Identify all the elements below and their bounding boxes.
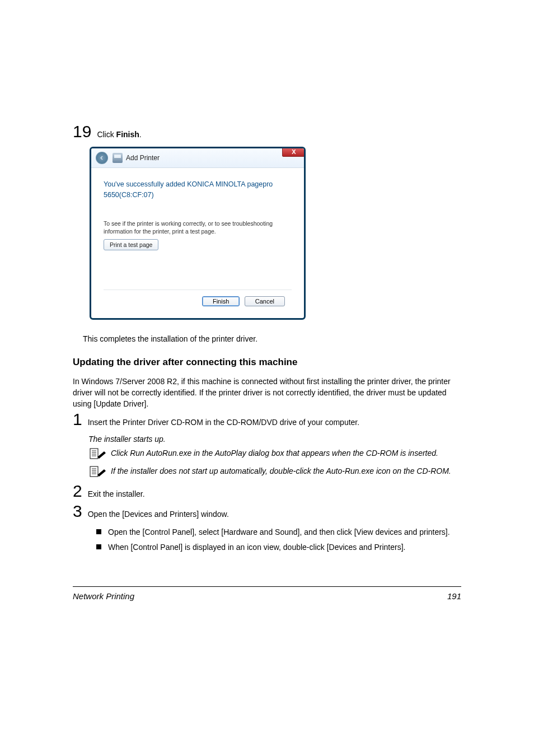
footer-page-number: 191	[447, 591, 461, 601]
dialog-footer: Finish Cancel	[104, 290, 292, 312]
step-3-text: Open the [Devices and Printers] window.	[88, 508, 229, 519]
note-1-text: Click Run AutoRun.exe in the AutoPlay di…	[111, 448, 438, 459]
page-footer: Network Printing 191	[73, 586, 461, 601]
dialog-title: Add Printer	[126, 154, 160, 162]
note-2-row: If the installer does not start up autom…	[90, 466, 461, 479]
bullet-1-row: Open the [Control Panel], select [Hardwa…	[96, 526, 461, 538]
print-test-page-button[interactable]: Print a test page	[104, 239, 158, 250]
close-button[interactable]: X	[282, 147, 306, 157]
bullet-1-text: Open the [Control Panel], select [Hardwa…	[108, 526, 450, 538]
bullet-2-row: When [Control Panel] is displayed in an …	[96, 542, 461, 553]
intro-paragraph: In Windows 7/Server 2008 R2, if this mac…	[73, 376, 461, 410]
close-icon: X	[292, 148, 296, 155]
step-19-text: Click Finish.	[97, 128, 141, 139]
bullet-square-icon	[96, 529, 101, 534]
document-pen-icon	[90, 448, 106, 459]
step-19-bold: Finish	[116, 130, 139, 139]
cancel-button[interactable]: Cancel	[245, 296, 285, 306]
step-1-number: 1	[73, 411, 82, 428]
bullet-2-text: When [Control Panel] is displayed in an …	[108, 542, 405, 553]
dialog-body: You've successfully added KONICA MINOLTA…	[91, 168, 304, 318]
dialog-titlebar: Add Printer X	[91, 148, 304, 168]
completion-text: This completes the installation of the p…	[83, 334, 461, 343]
bullet-square-icon	[96, 544, 101, 549]
note-icon-2	[90, 466, 106, 479]
step-2-row: 2 Exit the installer.	[73, 483, 461, 500]
step-19-number: 19	[73, 123, 91, 140]
dialog-heading-line2: 5650(C8:CF:07)	[104, 190, 292, 200]
step-19-suffix: .	[139, 130, 142, 139]
dialog-help-text: To see if the printer is working correct…	[104, 220, 292, 236]
footer-title: Network Printing	[73, 591, 134, 601]
step-2-number: 2	[73, 483, 82, 500]
installer-starts-text: The installer starts up.	[88, 435, 461, 444]
svg-rect-5	[90, 466, 98, 477]
step-19-prefix: Click	[97, 130, 116, 139]
dialog-heading-line1: You've successfully added KONICA MINOLTA…	[104, 179, 292, 190]
step-19-row: 19 Click Finish.	[73, 123, 461, 140]
document-pen-icon	[90, 466, 106, 477]
printer-icon	[113, 153, 123, 163]
note-1-row: Click Run AutoRun.exe in the AutoPlay di…	[90, 448, 461, 461]
step-2-text: Exit the installer.	[88, 488, 145, 498]
add-printer-dialog: Add Printer X You've successfully added …	[90, 147, 306, 320]
section-heading: Updating the driver after connecting thi…	[73, 357, 461, 368]
step-3-row: 3 Open the [Devices and Printers] window…	[73, 503, 461, 520]
back-button[interactable]	[96, 152, 108, 164]
add-printer-dialog-wrap: Add Printer X You've successfully added …	[90, 147, 461, 320]
note-2-text: If the installer does not start up autom…	[111, 466, 451, 477]
svg-rect-0	[90, 449, 98, 459]
finish-button[interactable]: Finish	[202, 296, 240, 306]
note-icon-1	[90, 448, 106, 461]
back-arrow-icon	[99, 155, 105, 161]
step-3-number: 3	[73, 503, 82, 520]
step-1-row: 1 Insert the Printer Driver CD-ROM in th…	[73, 411, 461, 428]
step-1-text: Insert the Printer Driver CD-ROM in the …	[88, 416, 359, 428]
